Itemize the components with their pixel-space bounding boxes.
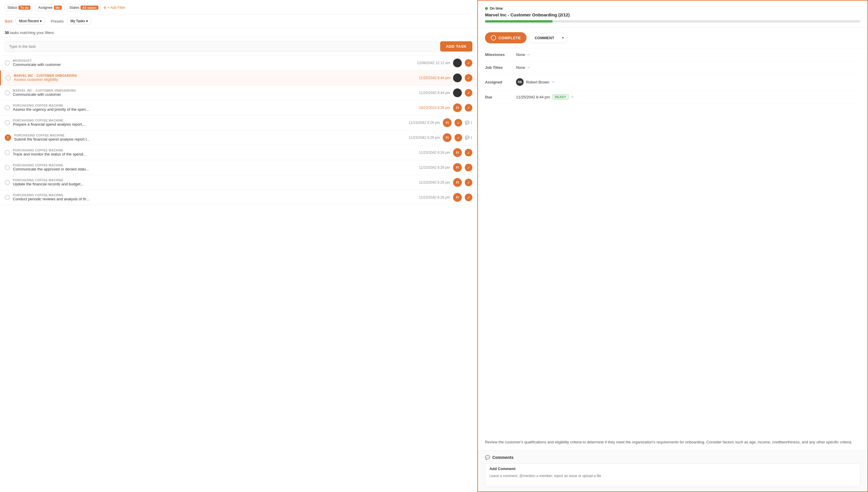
comment-button[interactable]: COMMENT ▾ <box>529 33 567 43</box>
add-comment-input[interactable] <box>485 472 860 486</box>
status-filter-label: Status <box>7 5 17 10</box>
task-checkbox[interactable] <box>5 90 10 96</box>
assigned-label: Assigned <box>485 80 511 84</box>
task-date: 11/23/2042 6:26 pm <box>419 150 450 155</box>
task-info: PURCHASING COFFEE MACHINESubmit the fina… <box>14 134 405 142</box>
due-label: Due <box>485 95 511 99</box>
task-date: 11/23/2042 6:26 pm <box>408 121 440 125</box>
add-filter-button[interactable]: ⊕ + Add Filter <box>103 5 125 10</box>
task-row[interactable]: PURCHASING COFFEE MACHINEConduct periodi… <box>0 190 477 205</box>
task-checkbox[interactable] <box>5 60 10 66</box>
task-row[interactable]: PURCHASING COFFEE MACHINETrack and monit… <box>0 145 477 160</box>
task-status-icon[interactable]: ✓ <box>465 89 472 97</box>
task-checkbox[interactable] <box>5 75 11 80</box>
sort-dropdown[interactable]: Most Recent ▾ <box>16 17 45 25</box>
task-info: MARVEL INC - CUSTOMER ONBOARDINGCommunic… <box>13 89 416 97</box>
task-name: Communicate with customer <box>13 92 416 97</box>
task-date: 10/23/2023 6:26 pm <box>419 106 450 110</box>
comment-icon: 💬 <box>485 455 490 460</box>
edit-icon[interactable]: ✏ <box>527 66 530 70</box>
task-status-icon[interactable]: ✓ <box>465 149 472 156</box>
alert-icon: ! <box>5 134 11 141</box>
task-input[interactable] <box>5 41 437 52</box>
task-project: PURCHASING COFFEE MACHINE <box>13 179 416 182</box>
task-checkbox[interactable] <box>5 150 10 155</box>
chevron-down-icon: ▾ <box>40 19 42 23</box>
avatar: FI <box>443 133 452 142</box>
task-name: Prepare a financial spend analysis repor… <box>13 122 405 126</box>
milestones-row: Milestones None ✏ <box>485 48 860 61</box>
edit-icon[interactable]: ✏ <box>552 80 555 84</box>
sort-bar: Sort Most Recent ▾ Presets My Tasks ▾ <box>0 14 477 28</box>
due-value: 11/25/2042 8:44 pm READY ✏ <box>516 94 574 100</box>
job-titles-row: Job Titles None ✏ <box>485 61 860 74</box>
task-info: PURCHASING COFFEE MACHINEConduct periodi… <box>13 194 416 201</box>
task-info: PURCHASING COFFEE MACHINEUpdate the fina… <box>13 179 416 186</box>
task-project: MARVEL INC - CUSTOMER ONBOARDING <box>14 74 416 77</box>
task-info: MARVEL INC - CUSTOMER ONBOARDINGAssess c… <box>14 74 416 82</box>
task-status-icon[interactable]: ✓ <box>465 194 472 201</box>
task-status-icon[interactable]: ✓ <box>465 164 472 171</box>
complete-button[interactable]: COMPLETE <box>485 32 526 43</box>
comment-btn-chevron[interactable]: ▾ <box>559 33 567 43</box>
task-date: 11/23/2042 6:26 pm <box>408 136 440 140</box>
task-row[interactable]: PURCHASING COFFEE MACHINEAssess the urge… <box>0 100 477 115</box>
task-checkbox[interactable] <box>5 180 10 185</box>
project-title: Marvel Inc - Customer Onboarding (2/12) <box>485 12 860 17</box>
assignee-filter-value: Me <box>54 5 62 10</box>
task-status-icon[interactable]: ✓ <box>465 104 472 112</box>
task-row[interactable]: MICROSOFTCommunicate with customer12/09/… <box>0 56 477 71</box>
task-row[interactable]: PURCHASING COFFEE MACHINEPrepare a finan… <box>0 115 477 130</box>
task-date: 11/25/2042 8:44 pm <box>419 76 450 80</box>
task-row[interactable]: PURCHASING COFFEE MACHINECommunicate the… <box>0 160 477 175</box>
task-row[interactable]: MARVEL INC - CUSTOMER ONBOARDINGCommunic… <box>0 85 477 100</box>
assignee-filter[interactable]: Assignee Me <box>35 4 65 11</box>
sort-label: Sort <box>5 19 12 23</box>
task-project: PURCHASING COFFEE MACHINE <box>13 119 405 122</box>
task-checkbox[interactable] <box>5 105 10 110</box>
progress-bar-fill <box>485 20 553 23</box>
add-task-button[interactable]: ADD TASK <box>440 41 472 52</box>
states-filter[interactable]: States All states <box>67 4 101 11</box>
task-row[interactable]: MARVEL INC - CUSTOMER ONBOARDINGAssess c… <box>0 71 477 85</box>
job-titles-value: None ✏ <box>516 65 530 70</box>
task-row[interactable]: PURCHASING COFFEE MACHINEUpdate the fina… <box>0 175 477 190</box>
action-buttons: COMPLETE COMMENT ▾ <box>478 27 867 48</box>
task-name: Track and monitor the status of the spen… <box>13 152 416 156</box>
avatar: FI <box>453 178 462 187</box>
task-name: Update the financial records and budget.… <box>13 182 416 186</box>
task-status-icon[interactable]: ✓ <box>454 119 462 126</box>
avatar: RB <box>516 78 524 86</box>
filters-bar: Status To do Assignee Me States All stat… <box>0 0 477 14</box>
edit-icon[interactable]: ✏ <box>527 53 530 57</box>
states-filter-value: All states <box>80 5 98 10</box>
task-project: MARVEL INC - CUSTOMER ONBOARDING <box>13 89 416 92</box>
task-checkbox[interactable] <box>5 120 10 125</box>
assigned-value: RB Robert Brown ✏ <box>516 78 554 86</box>
task-date: 11/23/2042 6:26 pm <box>419 166 450 170</box>
task-project: PURCHASING COFFEE MACHINE <box>14 134 405 137</box>
avatar: FI <box>453 163 462 172</box>
task-status-icon[interactable]: ✓ <box>465 179 472 186</box>
task-status-icon[interactable]: ✓ <box>465 59 472 67</box>
presets-dropdown[interactable]: My Tasks ▾ <box>67 17 91 25</box>
task-project: MICROSOFT <box>13 59 414 63</box>
task-checkbox[interactable] <box>5 195 10 200</box>
task-info: MICROSOFTCommunicate with customer <box>13 59 414 67</box>
task-row[interactable]: !PURCHASING COFFEE MACHINESubmit the fin… <box>0 130 477 145</box>
avatar: FI <box>453 193 462 202</box>
on-time-badge: On time <box>485 6 860 10</box>
status-filter[interactable]: Status To do <box>5 4 33 11</box>
milestones-label: Milestones <box>485 52 511 57</box>
task-info: PURCHASING COFFEE MACHINECommunicate the… <box>13 164 416 171</box>
task-name: Communicate the approved or denied statu… <box>13 167 416 171</box>
task-status-icon[interactable]: ✓ <box>465 74 472 82</box>
add-comment-label: Add Comment <box>485 464 860 472</box>
task-checkbox[interactable] <box>5 165 10 170</box>
task-list: MICROSOFTCommunicate with customer12/09/… <box>0 56 477 492</box>
task-date: 12/09/2042 12:12 am <box>417 61 450 65</box>
task-status-icon[interactable]: ✓ <box>454 134 462 142</box>
left-panel: Status To do Assignee Me States All stat… <box>0 0 477 492</box>
comment-btn-main[interactable]: COMMENT <box>530 33 559 43</box>
edit-icon[interactable]: ✏ <box>571 95 574 99</box>
